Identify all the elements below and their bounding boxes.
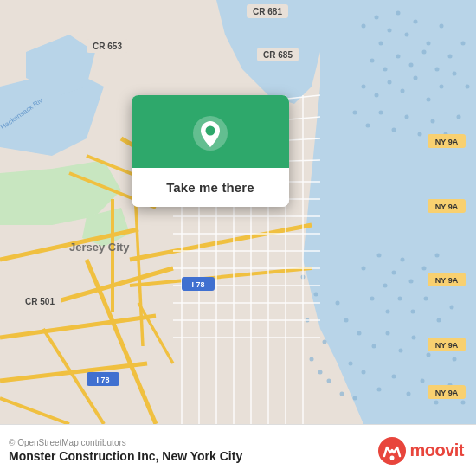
svg-point-34 (392, 128, 396, 132)
svg-point-39 (457, 115, 461, 119)
svg-point-13 (440, 24, 444, 29)
svg-point-17 (409, 63, 414, 68)
svg-point-57 (386, 331, 390, 336)
svg-point-49 (386, 310, 390, 314)
svg-point-65 (392, 375, 396, 379)
svg-point-18 (422, 50, 427, 55)
svg-point-22 (362, 85, 366, 89)
svg-point-36 (418, 132, 422, 137)
svg-point-28 (440, 85, 444, 89)
svg-point-72 (344, 318, 349, 323)
svg-point-44 (401, 258, 405, 262)
svg-point-40 (362, 267, 366, 271)
svg-point-76 (340, 392, 344, 396)
svg-point-27 (427, 98, 431, 102)
bottom-bar: © OpenStreetMap contributors Monster Con… (0, 424, 476, 476)
svg-point-47 (435, 254, 440, 258)
svg-point-16 (396, 55, 401, 59)
svg-text:CR 501: CR 501 (25, 297, 55, 306)
svg-point-66 (407, 392, 411, 396)
svg-point-75 (327, 379, 331, 383)
svg-point-59 (412, 336, 416, 340)
svg-text:Jersey City: Jersey City (69, 241, 130, 254)
svg-point-14 (370, 59, 375, 63)
svg-point-77 (318, 370, 323, 375)
svg-point-29 (453, 72, 457, 76)
svg-point-45 (409, 280, 414, 284)
popup-card: Take me there (132, 95, 289, 207)
svg-point-149 (206, 126, 215, 136)
svg-point-63 (362, 370, 366, 375)
svg-point-51 (411, 310, 415, 314)
svg-point-5 (362, 24, 366, 29)
svg-point-26 (414, 76, 418, 80)
svg-point-46 (422, 267, 427, 271)
svg-point-7 (388, 29, 392, 33)
svg-point-48 (370, 297, 375, 301)
svg-text:NY 9A: NY 9A (435, 389, 459, 397)
svg-point-42 (392, 271, 396, 275)
svg-text:I 78: I 78 (191, 280, 204, 289)
svg-point-62 (453, 357, 457, 362)
moovit-icon (378, 437, 406, 465)
svg-point-56 (372, 344, 376, 349)
svg-text:NY 9A: NY 9A (435, 341, 459, 350)
svg-point-58 (399, 349, 403, 353)
svg-point-71 (336, 301, 340, 306)
moovit-logo[interactable]: moovit (378, 437, 464, 465)
svg-point-151 (390, 455, 395, 460)
svg-point-12 (427, 42, 431, 46)
svg-point-20 (448, 55, 453, 59)
svg-point-60 (427, 353, 431, 357)
svg-point-79 (323, 340, 327, 344)
svg-point-52 (424, 297, 428, 301)
moovit-brand-text: moovit (409, 441, 464, 460)
svg-point-15 (383, 68, 388, 72)
svg-point-23 (375, 93, 379, 98)
svg-point-55 (357, 331, 362, 336)
popup-icon-area (132, 95, 289, 168)
svg-point-68 (434, 401, 439, 405)
svg-point-31 (353, 111, 357, 115)
svg-point-24 (388, 80, 392, 85)
svg-text:CR 653: CR 653 (93, 42, 122, 51)
svg-point-78 (310, 357, 314, 362)
svg-point-33 (379, 111, 383, 115)
svg-text:NY 9A: NY 9A (435, 276, 459, 285)
svg-point-53 (437, 318, 441, 323)
svg-point-37 (431, 119, 435, 124)
map-container[interactable]: CR 681 CR 653 CR 685 NY 9A NY 9A NY 9A N… (0, 0, 476, 424)
svg-point-19 (435, 68, 440, 72)
svg-point-54 (450, 306, 454, 310)
svg-point-9 (396, 11, 401, 16)
svg-point-74 (353, 396, 357, 401)
svg-point-50 (398, 297, 402, 301)
map-attribution: © OpenStreetMap contributors (9, 438, 242, 447)
bottom-left: © OpenStreetMap contributors Monster Con… (9, 438, 242, 463)
svg-point-35 (405, 115, 409, 119)
svg-point-81 (314, 293, 318, 297)
take-me-there-button[interactable]: Take me there (132, 168, 289, 207)
location-pin-icon (191, 114, 229, 152)
svg-point-11 (414, 20, 418, 24)
svg-point-21 (461, 42, 466, 46)
svg-text:NY 9A: NY 9A (435, 203, 459, 211)
svg-point-25 (401, 89, 405, 93)
map-svg: CR 681 CR 653 CR 685 NY 9A NY 9A NY 9A N… (0, 0, 476, 424)
svg-point-41 (377, 254, 382, 258)
svg-point-64 (377, 388, 382, 392)
svg-point-30 (466, 85, 470, 89)
svg-point-32 (366, 124, 370, 128)
svg-point-70 (461, 401, 466, 405)
svg-point-8 (379, 42, 383, 46)
location-title: Monster Construction Inc, New York City (9, 449, 242, 463)
svg-point-73 (349, 362, 353, 366)
svg-text:I 78: I 78 (96, 376, 109, 384)
svg-point-10 (405, 33, 409, 37)
svg-text:CR 685: CR 685 (263, 50, 293, 60)
svg-text:NY 9A: NY 9A (435, 138, 459, 146)
svg-point-6 (375, 16, 379, 20)
svg-point-43 (383, 284, 388, 288)
svg-text:CR 681: CR 681 (253, 7, 282, 16)
svg-point-67 (421, 379, 425, 383)
